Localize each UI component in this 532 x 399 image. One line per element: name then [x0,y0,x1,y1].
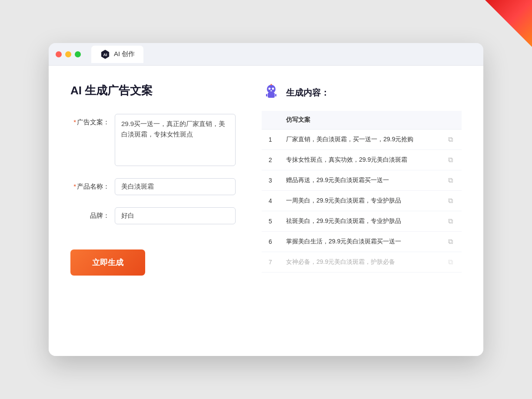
table-row: 7女神必备，29.9元美白淡斑霜，护肤必备⧉ [262,252,462,273]
result-table: 仿写文案 1厂家直销，美白淡斑霜，买一送一，29.9元抢购⧉2专抹女性斑点，真实… [262,111,462,273]
svg-point-8 [270,86,272,87]
product-name-label: *产品名称： [70,178,110,191]
copy-icon[interactable]: ⧉ [446,216,455,226]
right-panel: 生成内容： 仿写文案 1厂家直销，美白淡斑霜，买一送一，29.9元抢购⧉2专抹女… [262,83,462,339]
svg-point-10 [271,84,272,85]
left-panel: AI 生成广告文案 *广告文案： 29.9买一送一，真正的厂家直销，美白淡斑霜，… [70,83,236,339]
svg-point-4 [272,88,274,90]
row-text: 女神必备，29.9元美白淡斑霜，护肤必备 [279,252,439,273]
maximize-button[interactable] [75,51,81,57]
row-number: 5 [262,211,279,232]
col-text-header: 仿写文案 [279,111,439,130]
ai-icon: AI [100,49,110,60]
svg-text:AI: AI [103,53,107,57]
table-row: 4一周美白，29.9元美白淡斑霜，专业护肤品⧉ [262,191,462,211]
table-row: 1厂家直销，美白淡斑霜，买一送一，29.9元抢购⧉ [262,130,462,150]
copy-icon[interactable]: ⧉ [446,134,455,145]
copy-button[interactable]: ⧉ [439,130,462,150]
svg-rect-2 [268,93,275,98]
copy-icon[interactable]: ⧉ [446,256,455,267]
ad-copy-label: *广告文案： [70,114,110,126]
page-title: AI 生成广告文案 [70,83,236,98]
row-number: 2 [262,150,279,170]
traffic-lights [56,51,81,57]
close-button[interactable] [56,51,62,57]
brand-group: 品牌： 好白 [70,207,236,224]
svg-rect-5 [270,90,272,91]
copy-icon[interactable]: ⧉ [446,175,455,186]
minimize-button[interactable] [65,51,71,57]
tab-title: AI 创作 [114,50,135,58]
ad-copy-required: * [73,118,76,126]
browser-content: AI 生成广告文案 *广告文案： 29.9买一送一，真正的厂家直销，美白淡斑霜，… [49,66,483,356]
ad-copy-input[interactable]: 29.9买一送一，真正的厂家直销，美白淡斑霜，专抹女性斑点 [115,114,236,166]
row-text: 掌握美白生活，29.9元美白淡斑霜买一送一 [279,232,439,252]
browser-tab[interactable]: AI AI 创作 [91,46,143,63]
row-number: 4 [262,191,279,211]
row-number: 1 [262,130,279,150]
row-text: 祛斑美白，29.9元美白淡斑霜，专业护肤品 [279,211,439,232]
product-name-required: * [73,183,76,190]
svg-rect-7 [275,94,276,96]
copy-icon[interactable]: ⧉ [446,154,455,165]
generate-button[interactable]: 立即生成 [70,249,145,276]
copy-icon[interactable]: ⧉ [446,236,455,247]
row-text: 专抹女性斑点，真实功效，29.9元美白淡斑霜 [279,150,439,170]
result-title: 生成内容： [286,87,329,99]
result-header: 生成内容： [262,83,462,102]
browser-titlebar: AI AI 创作 [49,43,483,66]
copy-button[interactable]: ⧉ [439,211,462,232]
table-row: 2专抹女性斑点，真实功效，29.9元美白淡斑霜⧉ [262,150,462,170]
table-row: 3赠品再送，29.9元美白淡斑霜买一送一⧉ [262,170,462,191]
svg-rect-6 [266,94,267,96]
ad-copy-group: *广告文案： 29.9买一送一，真正的厂家直销，美白淡斑霜，专抹女性斑点 [70,114,236,166]
table-row: 5祛斑美白，29.9元美白淡斑霜，专业护肤品⧉ [262,211,462,232]
row-text: 一周美白，29.9元美白淡斑霜，专业护肤品 [279,191,439,211]
product-name-input[interactable]: 美白淡斑霜 [115,178,236,195]
svg-point-3 [269,88,271,90]
copy-button[interactable]: ⧉ [439,191,462,211]
brand-label: 品牌： [70,207,110,220]
row-number: 3 [262,170,279,191]
product-name-group: *产品名称： 美白淡斑霜 [70,178,236,195]
robot-icon [262,83,281,102]
row-number: 7 [262,252,279,273]
col-num-header [262,111,279,130]
table-row: 6掌握美白生活，29.9元美白淡斑霜买一送一⧉ [262,232,462,252]
copy-button[interactable]: ⧉ [439,232,462,252]
row-text: 赠品再送，29.9元美白淡斑霜买一送一 [279,170,439,191]
row-number: 6 [262,232,279,252]
col-copy-header [439,111,462,130]
browser-window: AI AI 创作 AI 生成广告文案 *广告文案： 29.9买一送一，真正的厂家… [49,43,483,356]
copy-button[interactable]: ⧉ [439,150,462,170]
copy-icon[interactable]: ⧉ [446,195,455,206]
row-text: 厂家直销，美白淡斑霜，买一送一，29.9元抢购 [279,130,439,150]
brand-input[interactable]: 好白 [115,207,236,224]
copy-button[interactable]: ⧉ [439,170,462,191]
copy-button[interactable]: ⧉ [439,252,462,273]
